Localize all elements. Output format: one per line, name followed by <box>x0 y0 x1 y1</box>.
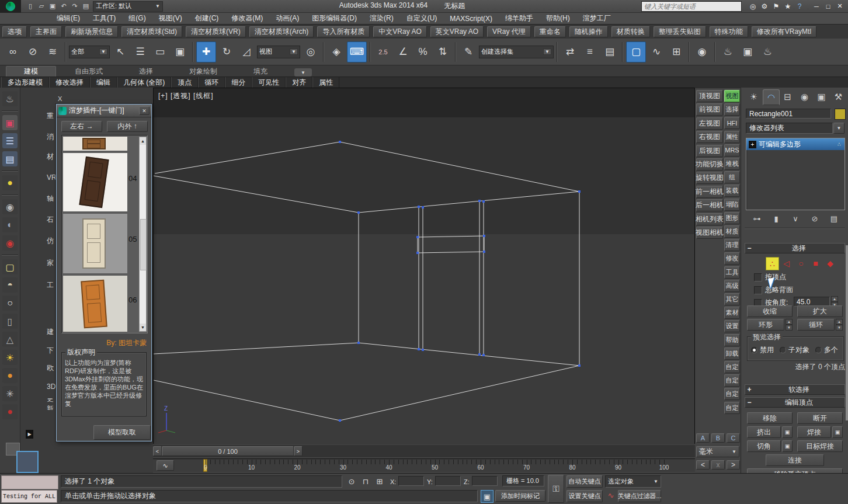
schematic-view-icon[interactable]: ⊞ <box>667 42 686 62</box>
loop-spinner[interactable]: ▲▼ <box>836 319 843 331</box>
script-button-13[interactable]: 材质转换 <box>611 26 650 37</box>
menu-11[interactable]: MAXScript(X) <box>443 13 499 24</box>
nav2-14-button[interactable]: 工具 <box>724 266 740 279</box>
extrude-settings-icon[interactable]: ▣ <box>782 426 793 438</box>
yellow-plane-icon[interactable]: ▢ <box>2 259 18 274</box>
nav2-16-button[interactable]: 其它 <box>724 293 740 305</box>
script-button-15[interactable]: 特殊功能 <box>710 26 748 37</box>
key-filters-button[interactable]: 关键点过滤器... <box>618 490 661 502</box>
script-button-5[interactable]: 清空材质球(VR) <box>186 26 246 37</box>
layer-c-button[interactable]: C <box>727 433 740 443</box>
script-button-6[interactable]: 清空材质球(Arch) <box>249 26 314 37</box>
ribbon-panel-5[interactable]: 顶点 <box>171 77 198 88</box>
nav2-15-button[interactable]: 高级 <box>724 280 740 292</box>
nav2-24-button[interactable]: 自定 <box>724 402 740 414</box>
nav2-17-button[interactable]: 素材 <box>724 307 740 319</box>
grid-window-icon[interactable]: ▤ <box>2 151 18 166</box>
camera-icon[interactable]: ◉ <box>2 199 18 214</box>
ribbon-tab-4[interactable]: 对象绘制 <box>172 67 235 77</box>
shrink-button[interactable]: 收缩 <box>747 305 793 317</box>
nav2-3-button[interactable]: HFI <box>724 117 740 129</box>
weld-button[interactable]: 焊接 <box>797 426 831 438</box>
script-button-9[interactable]: 英文VRay AO <box>430 26 484 37</box>
rollout-soft-selection[interactable]: +软选择 <box>745 384 845 395</box>
polygon-subobject-icon[interactable]: ■ <box>809 257 822 269</box>
script-button-12[interactable]: 随机操作 <box>569 26 608 37</box>
units-dropdown[interactable]: 毫米 ▼ <box>696 446 739 457</box>
menu-4[interactable]: 视图(V) <box>152 13 189 24</box>
sun-icon[interactable]: ☀ <box>2 350 18 365</box>
close-button[interactable]: ✕ <box>834 2 846 11</box>
show-end-result-icon[interactable]: ▮ <box>770 213 783 224</box>
in-out-button[interactable]: 内外 ↑ <box>107 121 148 132</box>
keyboard-shortcut-override-icon[interactable]: ⌨ <box>347 41 367 62</box>
material-editor-icon[interactable]: ◉ <box>693 42 711 62</box>
list-scrollbar[interactable]: ▲▼ <box>139 137 147 332</box>
menu-10[interactable]: 自定义(U) <box>400 13 444 24</box>
named-selection-sets-dropdown[interactable]: 创建选择集▼ <box>479 46 554 58</box>
percent-snap-toggle-icon[interactable]: % <box>413 42 432 62</box>
manage-layers-icon[interactable]: ▤ <box>600 42 619 62</box>
set-key-button[interactable]: 设置关键点 <box>567 490 603 502</box>
vertex-subobject-icon[interactable]: ∴ <box>766 257 779 270</box>
preview-subobject-radio[interactable]: 子对象 <box>780 345 809 355</box>
left-right-button[interactable]: 左右 → <box>61 121 102 132</box>
render-window-icon[interactable]: ▣ <box>2 115 18 130</box>
grow-button[interactable]: 扩大 <box>797 305 843 317</box>
plugin-close-button[interactable]: ✕ <box>139 106 150 115</box>
nav2-20-button[interactable]: 卸载 <box>724 347 740 360</box>
add-time-tag-button[interactable]: 添加时间标记 <box>495 490 545 502</box>
ribbon-panel-2[interactable]: 修改选择 <box>49 77 90 88</box>
panel-scrollbar[interactable] <box>846 245 848 420</box>
weld-settings-icon[interactable]: ▣ <box>832 426 843 438</box>
z-coordinate-field[interactable] <box>472 476 498 486</box>
white-sphere-icon[interactable]: ○ <box>2 296 18 311</box>
edit-named-selection-sets-icon[interactable]: ✎ <box>459 42 478 62</box>
nav-8-button[interactable]: 前一相机 <box>696 186 723 198</box>
nav2-5-button[interactable]: MRS <box>724 144 740 157</box>
ribbon-panel-8[interactable]: 可见性 <box>252 77 286 88</box>
nav2-8-button[interactable]: 装载 <box>724 185 740 197</box>
favorites-star-icon[interactable]: ★ <box>783 2 793 11</box>
nav-3-button[interactable]: 左视图 <box>696 117 723 130</box>
model-extract-button[interactable]: 模型取取 <box>93 425 151 440</box>
motion-tab[interactable]: ◉ <box>797 89 812 104</box>
nav2-6-button[interactable]: 堆栈 <box>724 158 740 170</box>
door-thumbnail[interactable] <box>63 137 127 151</box>
menu-6[interactable]: 修改器(M) <box>225 13 269 24</box>
y-coordinate-field[interactable] <box>435 476 461 486</box>
menu-12[interactable]: 绵羊助手 <box>499 13 540 24</box>
viewport-label[interactable]: [+] [透视] [线框] <box>158 91 214 101</box>
menu-8[interactable]: 图形编辑器(D) <box>305 13 363 24</box>
modify-tab[interactable]: ◠ <box>763 89 780 105</box>
mirror-icon[interactable]: ⇄ <box>561 42 579 62</box>
community-icon[interactable]: ⚑ <box>771 2 781 11</box>
script-button-3[interactable]: 刷新场景信息 <box>65 26 118 37</box>
selected-filter-dropdown[interactable]: 选定对象▼ <box>605 475 661 488</box>
ribbon-panel-4[interactable]: 几何体 (全部) <box>117 77 171 88</box>
door-thumbnail[interactable] <box>63 214 127 273</box>
script-button-14[interactable]: 整理丢失贴图 <box>654 26 706 37</box>
active-tool-icon[interactable] <box>16 451 39 473</box>
use-pivot-point-center-icon[interactable]: ◎ <box>301 42 320 62</box>
nav-5-button[interactable]: 后视图 <box>696 145 723 157</box>
ribbon-tab-5[interactable]: 填充 <box>236 67 285 77</box>
object-name-field[interactable]: Rectangle001 <box>746 109 831 119</box>
nav2-1-button[interactable]: 视图 <box>724 90 740 102</box>
select-and-rotate-icon[interactable]: ↻ <box>217 42 236 62</box>
orange-sphere-icon[interactable]: ● <box>2 368 18 383</box>
hierarchy-tab[interactable]: ⊟ <box>780 89 795 104</box>
render-production-icon[interactable]: ♨ <box>758 42 777 62</box>
remove-modifier-icon[interactable]: ⊘ <box>808 213 821 224</box>
hidden-toolbar-button-13[interactable]: 3D <box>47 381 56 392</box>
nav-1-button[interactable]: 顶视图 <box>696 90 723 102</box>
select-and-move-icon[interactable]: ✚ <box>196 41 216 62</box>
hidden-toolbar-button-1[interactable]: 重 <box>47 110 56 121</box>
scroll-down-icon[interactable]: ▼ <box>140 324 146 331</box>
clipboard-icon[interactable]: ▤ <box>81 2 91 11</box>
menu-7[interactable]: 动画(A) <box>269 13 305 24</box>
nav2-18-button[interactable]: 设置 <box>724 320 740 332</box>
align-icon[interactable]: ≡ <box>581 42 599 62</box>
door-thumbnail[interactable] <box>63 276 127 332</box>
script-button-7[interactable]: 导入所有材质 <box>317 26 370 37</box>
